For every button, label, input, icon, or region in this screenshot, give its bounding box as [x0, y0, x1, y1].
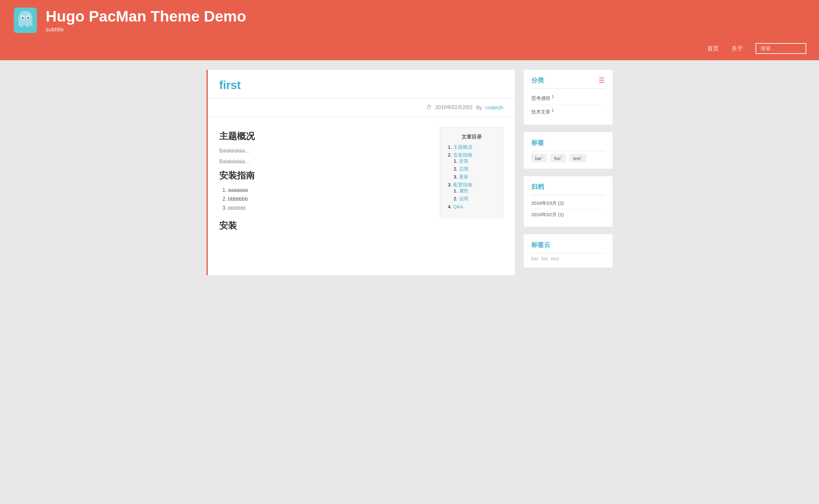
- site-header: Hugo PacMan Theme Demo subtitle 首页 关于: [0, 0, 819, 60]
- toc-item: 4. Q&A: [448, 204, 496, 209]
- svg-point-10: [23, 17, 23, 18]
- tag-item[interactable]: foo1: [550, 154, 566, 162]
- divider: [531, 88, 605, 89]
- toc-title: 文章目录: [448, 134, 496, 140]
- sidebar: 分类 ☰ 思考感悟 1 技术文章 1 标签 bar2 foo1 test1 归档: [524, 70, 613, 275]
- toc-link[interactable]: 配置指南: [453, 182, 472, 187]
- toc-sub-item: 1. 属性: [454, 188, 496, 194]
- ghost-logo-icon: [13, 8, 38, 33]
- svg-rect-2: [18, 18, 32, 25]
- article-meta: ⏱ 2016年03月20日 By coderzh: [208, 99, 515, 117]
- tag-cloud-list: bar foo test: [531, 256, 605, 261]
- toc-sub-item: 1. 安装: [454, 158, 496, 164]
- article-author: coderzh: [485, 105, 504, 111]
- search-input[interactable]: [756, 43, 806, 54]
- archive-item[interactable]: 2016年02月 (1): [531, 209, 605, 220]
- article-by: By: [476, 105, 482, 111]
- tag-item[interactable]: bar2: [531, 154, 547, 162]
- toc-sub-list: 1. 安装 2. 启用 3. 更新: [448, 158, 496, 180]
- divider: [531, 253, 605, 253]
- toc-link[interactable]: 启用: [459, 166, 469, 171]
- tag-item[interactable]: test1: [569, 154, 586, 162]
- divider: [531, 151, 605, 151]
- sidebar-tags: 标签 bar2 foo1 test1: [524, 132, 613, 169]
- tag-cloud-item[interactable]: foo: [542, 256, 548, 261]
- site-title: Hugo PacMan Theme Demo: [46, 8, 246, 25]
- sidebar-categories: 分类 ☰ 思考感悟 1 技术文章 1: [524, 70, 613, 125]
- toc-link[interactable]: 安装: [459, 158, 469, 164]
- article-date: 2016年03月20日: [435, 104, 473, 111]
- toc-sub-item: 3. 更新: [454, 174, 496, 180]
- site-subtitle: subtitle: [46, 26, 246, 33]
- tag-list: bar2 foo1 test1: [531, 154, 605, 162]
- article-area: first ⏱ 2016年03月20日 By coderzh 文章目录 1. 主…: [206, 70, 515, 275]
- toc-link[interactable]: 说明: [459, 196, 469, 201]
- tag-cloud-title: 标签云: [531, 241, 550, 249]
- article-title: first: [219, 79, 504, 92]
- toc-link[interactable]: 属性: [459, 188, 469, 193]
- category-item[interactable]: 思考感悟 1: [531, 91, 605, 105]
- category-item[interactable]: 技术文章 1: [531, 105, 605, 118]
- archive-item[interactable]: 2016年03月 (2): [531, 198, 605, 209]
- tag-cloud-item[interactable]: bar: [531, 256, 538, 261]
- categories-title: 分类: [531, 76, 544, 85]
- main-layout: first ⏱ 2016年03月20日 By coderzh 文章目录 1. 主…: [200, 60, 619, 285]
- clock-icon: ⏱: [426, 104, 432, 111]
- toc-link[interactable]: 安装指南: [453, 152, 472, 158]
- article-header: first: [208, 70, 515, 99]
- tag-cloud-item[interactable]: test: [551, 256, 559, 261]
- sidebar-archive: 归档 2016年03月 (2) 2016年02月 (1): [524, 176, 613, 227]
- toc-item: 1. 主题概况: [448, 144, 496, 150]
- toc-item: 2. 安装指南 1. 安装 2. 启用 3. 更新: [448, 152, 496, 180]
- toc-link[interactable]: 主题概况: [453, 144, 472, 150]
- main-nav: 首页 关于: [13, 38, 806, 60]
- toc-sub-item: 2. 说明: [454, 196, 496, 202]
- toc-item: 3. 配置指南 1. 属性 2. 说明: [448, 182, 496, 202]
- nav-home[interactable]: 首页: [707, 45, 719, 52]
- toc-box: 文章目录 1. 主题概况 2. 安装指南 1. 安装 2. 启用 3. 更新 3…: [440, 127, 504, 218]
- section-heading-3: 安装: [219, 220, 504, 232]
- toc-sub-item: 2. 启用: [454, 166, 496, 172]
- toc-list: 1. 主题概况 2. 安装指南 1. 安装 2. 启用 3. 更新 3. 配置指…: [448, 144, 496, 209]
- archive-title: 归档: [531, 183, 544, 191]
- divider: [531, 195, 605, 195]
- sidebar-tag-cloud: 标签云 bar foo test: [524, 234, 613, 268]
- hamburger-icon: ☰: [599, 76, 605, 85]
- article-body: 文章目录 1. 主题概况 2. 安装指南 1. 安装 2. 启用 3. 更新 3…: [208, 117, 515, 248]
- toc-sub-list: 1. 属性 2. 说明: [448, 188, 496, 202]
- svg-point-11: [28, 17, 29, 18]
- toc-link[interactable]: 更新: [459, 174, 469, 179]
- toc-link[interactable]: Q&A: [453, 204, 464, 209]
- nav-about[interactable]: 关于: [731, 45, 743, 52]
- tags-title: 标签: [531, 139, 544, 147]
